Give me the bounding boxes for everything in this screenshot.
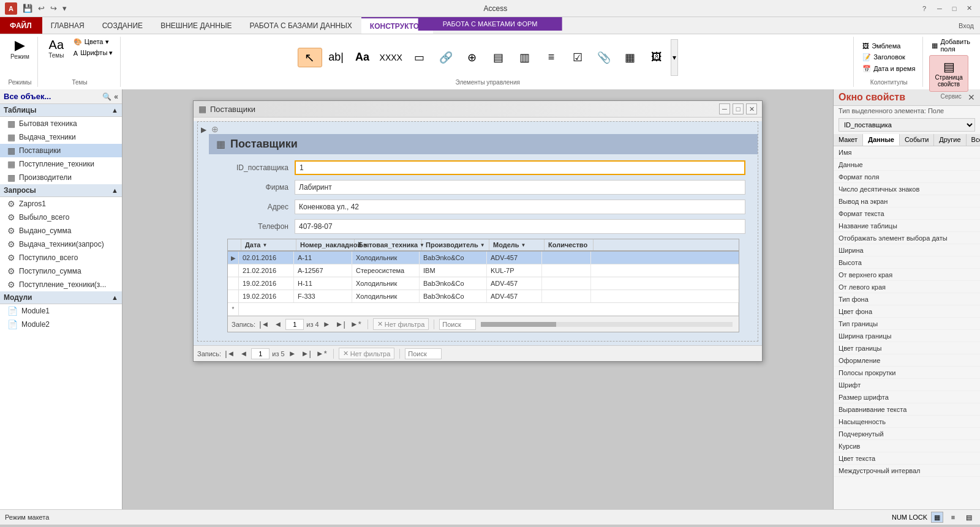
link-tool[interactable]: 🔗 xyxy=(434,49,458,66)
text-tool[interactable]: ab| xyxy=(324,49,349,65)
outer-first-btn[interactable]: |◄ xyxy=(224,349,236,358)
inner-prev-btn[interactable]: ◄ xyxy=(273,320,283,329)
outer-new-btn[interactable]: ►* xyxy=(315,349,328,358)
save-quick-btn[interactable]: 💾 xyxy=(21,2,34,14)
redo-btn[interactable]: ↪ xyxy=(48,2,59,14)
zagolovok-btn[interactable]: 📝 Заголовок xyxy=(860,52,908,62)
combo-tool[interactable]: ▤ xyxy=(486,49,511,66)
table-view-btn[interactable]: ≡ xyxy=(947,512,959,523)
firma-field-input[interactable] xyxy=(295,180,745,195)
prop-item-tablename[interactable]: Название таблицы xyxy=(834,220,980,232)
sidebar-item-vybilo[interactable]: ⚙ Выбыло_всего xyxy=(0,211,122,224)
image-tool[interactable]: 🖼 xyxy=(644,49,669,65)
subgrid-row-4[interactable]: 19.02.2016 F-333 Холодильник BabЭnko&Co … xyxy=(228,290,739,303)
prop-item-textcolor[interactable]: Цвет текста xyxy=(834,452,980,465)
datetime-btn[interactable]: 📅 Дата и время xyxy=(860,64,918,74)
sidebar-item-vydacha-q[interactable]: ⚙ Выдача_техники(запрос) xyxy=(0,237,122,251)
sidebar-item-vydano[interactable]: ⚙ Выдано_сумма xyxy=(0,224,122,237)
inner-new-btn[interactable]: ►* xyxy=(349,320,363,329)
mode-btn[interactable]: ▶ Режим xyxy=(7,37,32,62)
prop-item-format[interactable]: Формат поля xyxy=(834,171,980,183)
sidebar-item-postuplilo-summa[interactable]: ⚙ Поступило_сумма xyxy=(0,264,122,278)
tab-database[interactable]: РАБОТА С БАЗАМИ ДАННЫХ xyxy=(241,17,361,34)
adres-field-input[interactable] xyxy=(295,200,745,214)
tab-home[interactable]: ГЛАВНАЯ xyxy=(42,17,94,34)
inner-filter-btn[interactable]: ✕ Нет фильтра xyxy=(373,318,429,330)
sidebar-item-postuplenie-q[interactable]: ⚙ Поступление_техники(з... xyxy=(0,278,122,291)
tab-data[interactable]: Данные xyxy=(863,134,900,146)
subgrid-col-model[interactable]: Модель ▼ xyxy=(489,239,545,250)
outer-search-input[interactable] xyxy=(405,348,442,359)
undo-btn[interactable]: ↩ xyxy=(36,2,47,14)
prop-item-visible[interactable]: Вывод на экран xyxy=(834,195,980,207)
sidebar-section-queries[interactable]: Запросы ▲ xyxy=(0,184,122,197)
tab-layout[interactable]: Макет xyxy=(834,134,863,146)
prop-item-borderwidth[interactable]: Ширина границы xyxy=(834,330,980,342)
prop-item-height[interactable]: Высота xyxy=(834,256,980,269)
prop-item-bordercolor[interactable]: Цвет границы xyxy=(834,342,980,354)
prop-item-textalign[interactable]: Выравнивание текста xyxy=(834,403,980,416)
sidebar-search-icon[interactable]: 🔍 xyxy=(102,92,111,101)
subgrid-col-producer[interactable]: Производитель ▼ xyxy=(422,239,489,250)
tab-create[interactable]: СОЗДАНИЕ xyxy=(94,17,152,34)
prop-item-bold[interactable]: Насыщенность xyxy=(834,416,980,428)
form-minimize-btn[interactable]: ─ xyxy=(719,103,730,114)
prop-item-linespacing[interactable]: Междустрочный интервал xyxy=(834,465,980,477)
subgrid-col-qty[interactable]: Количество xyxy=(545,239,594,250)
login-label[interactable]: Вход xyxy=(952,17,980,34)
add-field-btn[interactable]: ▦ Добавитьполя xyxy=(929,37,973,54)
prop-item-textfmt[interactable]: Формат текста xyxy=(834,207,980,220)
tab-external[interactable]: ВНЕШНИЕ ДАННЫЕ xyxy=(152,17,241,34)
prop-item-scrollbars[interactable]: Полосы прокрутки xyxy=(834,367,980,379)
cursor-tool[interactable]: ↖ xyxy=(298,48,322,67)
subgrid-col-btech[interactable]: Бытовая_техника ▼ xyxy=(355,239,422,250)
inner-last-btn[interactable]: ►| xyxy=(334,320,347,329)
telefon-field-input[interactable] xyxy=(295,219,745,234)
outer-last-btn[interactable]: ►| xyxy=(300,349,312,358)
sidebar-collapse-icon[interactable]: « xyxy=(114,92,118,101)
themes-btn[interactable]: Aa Темы xyxy=(44,37,69,61)
help-icon[interactable]: ? xyxy=(922,5,926,12)
design-view-btn[interactable]: ▤ xyxy=(963,512,975,523)
subgrid-col-number[interactable]: Номер_накладной ▼ xyxy=(296,239,355,250)
rect-tool[interactable]: ▭ xyxy=(407,49,432,66)
list-tool[interactable]: ≡ xyxy=(539,49,564,65)
sidebar-item-module1[interactable]: 📄 Module1 xyxy=(0,304,122,318)
prop-item-width[interactable]: Ширина xyxy=(834,244,980,256)
tab-file[interactable]: ФАЙЛ xyxy=(0,17,42,34)
prop-item-top[interactable]: От верхнего края xyxy=(834,269,980,281)
web-tool[interactable]: ⊕ xyxy=(460,49,484,66)
inner-next-btn[interactable]: ► xyxy=(322,320,332,329)
more-controls-btn[interactable]: ▾ xyxy=(671,39,678,76)
right-panel-close-btn[interactable]: ✕ xyxy=(968,92,975,102)
combo2-tool[interactable]: ▥ xyxy=(513,49,537,66)
outer-next-btn[interactable]: ► xyxy=(287,349,298,358)
sidebar-item-postavshiki[interactable]: ▦ Поставщики xyxy=(0,144,122,157)
outer-filter-btn[interactable]: ✕ Нет фильтра xyxy=(339,348,395,359)
emblem-btn[interactable]: 🖼 Эмблема xyxy=(860,41,903,51)
layout-view-btn[interactable]: ▦ xyxy=(931,512,943,523)
inner-page-input[interactable] xyxy=(285,319,304,330)
sidebar-item-proizvoditeli[interactable]: ▦ Производители xyxy=(0,171,122,184)
inner-scrollbar[interactable] xyxy=(481,322,733,327)
close-btn[interactable]: ✕ xyxy=(963,2,975,15)
id-field-input[interactable] xyxy=(295,160,745,175)
more-tool[interactable]: ▦ xyxy=(618,49,643,66)
check-tool[interactable]: ☑ xyxy=(565,49,590,66)
subgrid-row-2[interactable]: 21.02.2016 А-12567 Стереосистема IBM KUL… xyxy=(228,264,739,277)
sidebar-item-bytovaya[interactable]: ▦ Бытовая техника xyxy=(0,117,122,130)
form-maximize-btn[interactable]: □ xyxy=(733,103,744,114)
sidebar-item-zapros1[interactable]: ⚙ Zapros1 xyxy=(0,197,122,211)
xxxx-tool[interactable]: XXXX xyxy=(377,51,405,64)
right-panel-field-select[interactable]: ID_поставщика xyxy=(839,118,975,132)
prop-item-data[interactable]: Данные xyxy=(834,159,980,171)
prop-item-design[interactable]: Оформление xyxy=(834,354,980,367)
inner-first-btn[interactable]: |◄ xyxy=(258,320,270,329)
sidebar-item-postuplenie[interactable]: ▦ Поступление_техники xyxy=(0,157,122,171)
subgrid-row-3[interactable]: 19.02.2016 Н-11 Холодильник BabЭnko&Co A… xyxy=(228,277,739,290)
maximize-btn[interactable]: □ xyxy=(948,2,960,15)
sidebar-section-modules[interactable]: Модули ▲ xyxy=(0,291,122,304)
colors-btn[interactable]: 🎨 Цвета ▾ xyxy=(71,37,116,47)
prop-item-datepicker[interactable]: Отображать элемент выбора даты xyxy=(834,232,980,244)
inner-search-input[interactable] xyxy=(439,319,476,330)
